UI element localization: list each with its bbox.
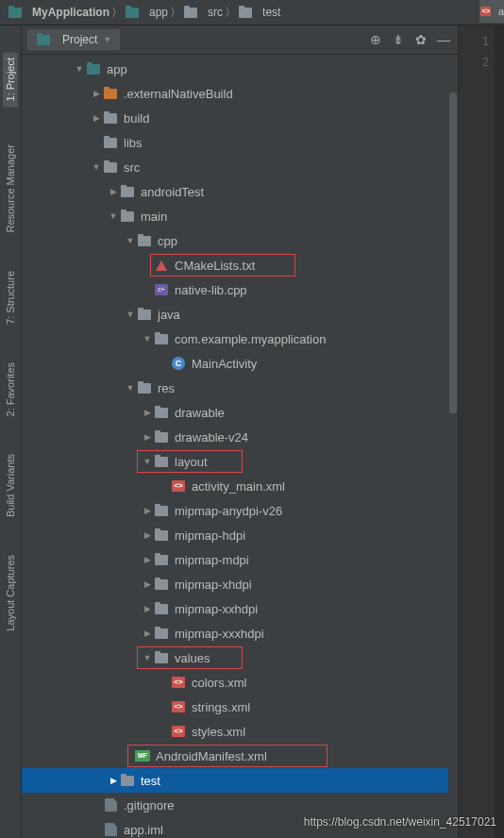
tree-node-manifest[interactable]: MFAndroidManifest.xml bbox=[22, 744, 458, 768]
module-icon bbox=[125, 6, 140, 19]
tree-node-mipmap-mdpi[interactable]: mipmap-mdpi bbox=[22, 547, 458, 572]
xml-icon: <> bbox=[479, 5, 493, 18]
crumb-app[interactable]: app bbox=[123, 6, 170, 19]
minimize-icon[interactable]: — bbox=[435, 31, 452, 48]
tree-node-build[interactable]: build bbox=[22, 106, 458, 130]
tool-strip-left: 1: Project Resource Manager 7: Structure… bbox=[0, 25, 22, 838]
tool-structure[interactable]: 7: Structure bbox=[5, 271, 16, 325]
crumb-test[interactable]: test bbox=[236, 6, 282, 19]
line-number: 2 bbox=[459, 52, 489, 73]
crumb-label: src bbox=[208, 6, 223, 19]
tree-node-gitignore[interactable]: .gitignore bbox=[22, 793, 458, 817]
folder-icon bbox=[238, 6, 253, 19]
project-view-label: Project bbox=[62, 33, 97, 46]
tree-node-cpp[interactable]: cpp bbox=[22, 228, 458, 253]
tree-node-drawablev24[interactable]: drawable-v24 bbox=[22, 425, 458, 449]
target-icon[interactable]: ⊕ bbox=[367, 31, 384, 48]
tool-favorites[interactable]: 2: Favorites bbox=[5, 362, 16, 416]
tree-node-mipmap-any[interactable]: mipmap-anydpi-v26 bbox=[22, 498, 458, 523]
tree-node-androidtest[interactable]: androidTest bbox=[22, 179, 458, 204]
xml-icon: <> bbox=[171, 676, 186, 689]
tree-node-mipmap-xxhdpi[interactable]: mipmap-xxhdpi bbox=[22, 596, 458, 621]
cpp-icon: c+ bbox=[154, 283, 169, 296]
file-icon bbox=[103, 798, 118, 812]
tree-node-activitymain[interactable]: <>activity_main.xml bbox=[22, 474, 458, 498]
tool-layout-captures[interactable]: Layout Captures bbox=[5, 555, 16, 631]
tree-node-libs[interactable]: libs bbox=[22, 130, 458, 155]
tree-node-test[interactable]: test bbox=[22, 768, 458, 793]
tree-node-src[interactable]: src bbox=[22, 155, 458, 179]
folder-icon bbox=[183, 6, 198, 19]
crumb-label: app bbox=[149, 6, 168, 19]
crumb-src[interactable]: src bbox=[181, 6, 225, 19]
tree-scrollbar[interactable] bbox=[448, 55, 458, 838]
xml-icon: <> bbox=[171, 479, 186, 493]
tool-project[interactable]: 1: Project bbox=[3, 52, 18, 107]
tree-node-nativelib[interactable]: c+native-lib.cpp bbox=[22, 277, 458, 302]
line-number: 1 bbox=[459, 31, 489, 52]
editor-tab[interactable]: <> a bbox=[479, 0, 504, 23]
tree-node-app[interactable]: app bbox=[22, 57, 458, 81]
gear-icon[interactable]: ✿ bbox=[412, 31, 429, 48]
tree-node-java[interactable]: java bbox=[22, 302, 458, 327]
tree-node-package[interactable]: com.example.myapplication bbox=[22, 327, 458, 351]
tree-node-cmakelists[interactable]: CMakeLists.txt bbox=[22, 253, 458, 277]
chevron-down-icon: ▼ bbox=[103, 35, 111, 44]
tree-node-drawable[interactable]: drawable bbox=[22, 400, 458, 425]
tree-node-mipmap-xhdpi[interactable]: mipmap-xhdpi bbox=[22, 572, 458, 596]
project-view-icon bbox=[36, 33, 51, 46]
manifest-icon: MF bbox=[135, 749, 150, 763]
tree-node-main[interactable]: main bbox=[22, 204, 458, 228]
editor-area: <> a 1 2 bbox=[459, 25, 504, 838]
tree-node-stylesxml[interactable]: <>styles.xml bbox=[22, 719, 458, 744]
panel-header: Project ▼ ⊕ ⇟ ✿ — bbox=[22, 25, 458, 55]
project-tree[interactable]: app .externalNativeBuild build libs src … bbox=[22, 55, 458, 838]
xml-icon: <> bbox=[171, 725, 186, 738]
watermark: https://blog.csdn.net/weixin_42517021 bbox=[304, 815, 496, 829]
tree-node-values[interactable]: values bbox=[22, 645, 458, 670]
file-icon bbox=[103, 823, 118, 836]
breadcrumb-bar: MyApplication 〉 app 〉 src 〉 test bbox=[0, 0, 504, 25]
crumb-label: MyApplication bbox=[32, 6, 109, 19]
tool-build-variants[interactable]: Build Variants bbox=[5, 454, 16, 517]
crumb-label: test bbox=[262, 6, 280, 19]
crumb-project[interactable]: MyApplication bbox=[6, 6, 111, 19]
editor-tab-label: a bbox=[498, 6, 504, 17]
tree-node-stringsxml[interactable]: <>strings.xml bbox=[22, 695, 458, 719]
tree-node-mipmap-xxxhdpi[interactable]: mipmap-xxxhdpi bbox=[22, 621, 458, 645]
collapse-icon[interactable]: ⇟ bbox=[390, 31, 407, 48]
cmake-icon bbox=[154, 259, 169, 272]
editor-gutter: 1 2 bbox=[459, 25, 496, 838]
tree-node-extnative[interactable]: .externalNativeBuild bbox=[22, 81, 458, 106]
project-panel: Project ▼ ⊕ ⇟ ✿ — app .externalNativeBui… bbox=[22, 25, 459, 838]
project-icon bbox=[8, 6, 23, 19]
tree-node-layout[interactable]: layout bbox=[22, 449, 458, 474]
class-icon: C bbox=[171, 357, 186, 370]
tool-resource-manager[interactable]: Resource Manager bbox=[5, 144, 16, 233]
project-view-selector[interactable]: Project ▼ bbox=[27, 29, 120, 50]
tree-node-mipmap-hdpi[interactable]: mipmap-hdpi bbox=[22, 523, 458, 547]
xml-icon: <> bbox=[171, 700, 186, 713]
tree-node-mainactivity[interactable]: CMainActivity bbox=[22, 351, 458, 376]
tree-node-colorsxml[interactable]: <>colors.xml bbox=[22, 670, 458, 695]
tree-node-res[interactable]: res bbox=[22, 376, 458, 400]
